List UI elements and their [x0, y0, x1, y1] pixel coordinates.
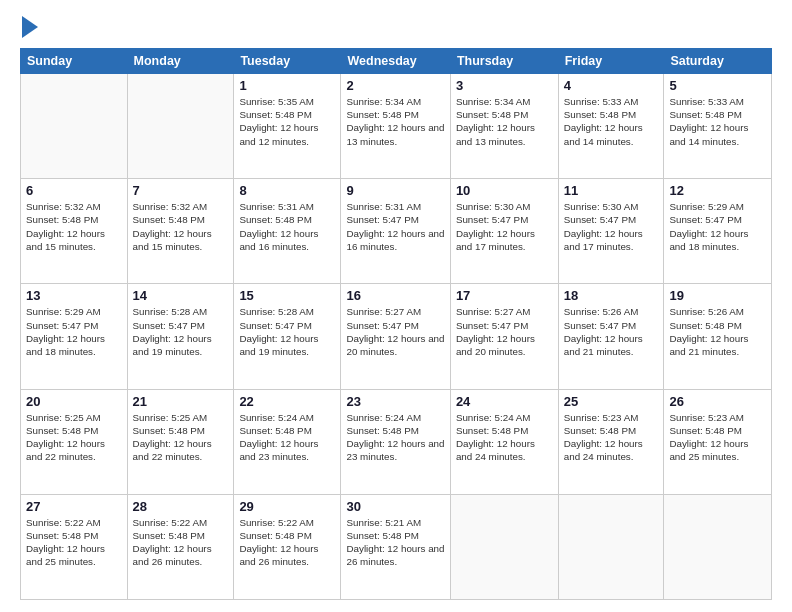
day-number: 20: [26, 394, 122, 409]
day-info: Sunrise: 5:23 AMSunset: 5:48 PMDaylight:…: [669, 411, 766, 464]
day-number: 29: [239, 499, 335, 514]
table-row: 2Sunrise: 5:34 AMSunset: 5:48 PMDaylight…: [341, 74, 450, 179]
day-number: 13: [26, 288, 122, 303]
day-number: 18: [564, 288, 659, 303]
col-thursday: Thursday: [450, 49, 558, 74]
calendar-row: 20Sunrise: 5:25 AMSunset: 5:48 PMDayligh…: [21, 389, 772, 494]
table-row: 21Sunrise: 5:25 AMSunset: 5:48 PMDayligh…: [127, 389, 234, 494]
logo-triangle-icon: [22, 16, 38, 38]
col-friday: Friday: [558, 49, 664, 74]
day-number: 21: [133, 394, 229, 409]
day-info: Sunrise: 5:22 AMSunset: 5:48 PMDaylight:…: [239, 516, 335, 569]
day-info: Sunrise: 5:21 AMSunset: 5:48 PMDaylight:…: [346, 516, 444, 569]
table-row: [127, 74, 234, 179]
calendar-row: 13Sunrise: 5:29 AMSunset: 5:47 PMDayligh…: [21, 284, 772, 389]
day-number: 30: [346, 499, 444, 514]
table-row: 9Sunrise: 5:31 AMSunset: 5:47 PMDaylight…: [341, 179, 450, 284]
day-info: Sunrise: 5:23 AMSunset: 5:48 PMDaylight:…: [564, 411, 659, 464]
day-info: Sunrise: 5:24 AMSunset: 5:48 PMDaylight:…: [239, 411, 335, 464]
day-number: 28: [133, 499, 229, 514]
day-info: Sunrise: 5:32 AMSunset: 5:48 PMDaylight:…: [133, 200, 229, 253]
table-row: 19Sunrise: 5:26 AMSunset: 5:48 PMDayligh…: [664, 284, 772, 389]
table-row: 18Sunrise: 5:26 AMSunset: 5:47 PMDayligh…: [558, 284, 664, 389]
calendar-table: Sunday Monday Tuesday Wednesday Thursday…: [20, 48, 772, 600]
day-number: 14: [133, 288, 229, 303]
table-row: 3Sunrise: 5:34 AMSunset: 5:48 PMDaylight…: [450, 74, 558, 179]
day-number: 15: [239, 288, 335, 303]
day-info: Sunrise: 5:29 AMSunset: 5:47 PMDaylight:…: [26, 305, 122, 358]
header: [20, 16, 772, 38]
table-row: 17Sunrise: 5:27 AMSunset: 5:47 PMDayligh…: [450, 284, 558, 389]
day-number: 1: [239, 78, 335, 93]
col-saturday: Saturday: [664, 49, 772, 74]
table-row: 10Sunrise: 5:30 AMSunset: 5:47 PMDayligh…: [450, 179, 558, 284]
table-row: [450, 494, 558, 599]
day-info: Sunrise: 5:27 AMSunset: 5:47 PMDaylight:…: [346, 305, 444, 358]
day-info: Sunrise: 5:25 AMSunset: 5:48 PMDaylight:…: [133, 411, 229, 464]
table-row: 12Sunrise: 5:29 AMSunset: 5:47 PMDayligh…: [664, 179, 772, 284]
day-info: Sunrise: 5:24 AMSunset: 5:48 PMDaylight:…: [456, 411, 553, 464]
day-number: 22: [239, 394, 335, 409]
day-info: Sunrise: 5:26 AMSunset: 5:47 PMDaylight:…: [564, 305, 659, 358]
table-row: 8Sunrise: 5:31 AMSunset: 5:48 PMDaylight…: [234, 179, 341, 284]
day-info: Sunrise: 5:33 AMSunset: 5:48 PMDaylight:…: [564, 95, 659, 148]
day-info: Sunrise: 5:31 AMSunset: 5:48 PMDaylight:…: [239, 200, 335, 253]
day-info: Sunrise: 5:30 AMSunset: 5:47 PMDaylight:…: [564, 200, 659, 253]
day-number: 16: [346, 288, 444, 303]
day-number: 2: [346, 78, 444, 93]
table-row: 6Sunrise: 5:32 AMSunset: 5:48 PMDaylight…: [21, 179, 128, 284]
day-info: Sunrise: 5:30 AMSunset: 5:47 PMDaylight:…: [456, 200, 553, 253]
table-row: 25Sunrise: 5:23 AMSunset: 5:48 PMDayligh…: [558, 389, 664, 494]
day-info: Sunrise: 5:27 AMSunset: 5:47 PMDaylight:…: [456, 305, 553, 358]
day-number: 10: [456, 183, 553, 198]
calendar-row: 27Sunrise: 5:22 AMSunset: 5:48 PMDayligh…: [21, 494, 772, 599]
table-row: 26Sunrise: 5:23 AMSunset: 5:48 PMDayligh…: [664, 389, 772, 494]
day-number: 27: [26, 499, 122, 514]
table-row: 4Sunrise: 5:33 AMSunset: 5:48 PMDaylight…: [558, 74, 664, 179]
table-row: [664, 494, 772, 599]
day-number: 23: [346, 394, 444, 409]
col-sunday: Sunday: [21, 49, 128, 74]
day-info: Sunrise: 5:22 AMSunset: 5:48 PMDaylight:…: [26, 516, 122, 569]
table-row: 16Sunrise: 5:27 AMSunset: 5:47 PMDayligh…: [341, 284, 450, 389]
table-row: 22Sunrise: 5:24 AMSunset: 5:48 PMDayligh…: [234, 389, 341, 494]
day-info: Sunrise: 5:25 AMSunset: 5:48 PMDaylight:…: [26, 411, 122, 464]
table-row: 28Sunrise: 5:22 AMSunset: 5:48 PMDayligh…: [127, 494, 234, 599]
day-number: 12: [669, 183, 766, 198]
calendar-row: 1Sunrise: 5:35 AMSunset: 5:48 PMDaylight…: [21, 74, 772, 179]
day-number: 6: [26, 183, 122, 198]
col-tuesday: Tuesday: [234, 49, 341, 74]
day-info: Sunrise: 5:28 AMSunset: 5:47 PMDaylight:…: [239, 305, 335, 358]
col-wednesday: Wednesday: [341, 49, 450, 74]
table-row: 29Sunrise: 5:22 AMSunset: 5:48 PMDayligh…: [234, 494, 341, 599]
logo-area: [20, 16, 38, 38]
day-number: 25: [564, 394, 659, 409]
day-info: Sunrise: 5:35 AMSunset: 5:48 PMDaylight:…: [239, 95, 335, 148]
calendar-row: 6Sunrise: 5:32 AMSunset: 5:48 PMDaylight…: [21, 179, 772, 284]
day-number: 11: [564, 183, 659, 198]
day-number: 9: [346, 183, 444, 198]
day-info: Sunrise: 5:24 AMSunset: 5:48 PMDaylight:…: [346, 411, 444, 464]
table-row: [21, 74, 128, 179]
day-info: Sunrise: 5:34 AMSunset: 5:48 PMDaylight:…: [346, 95, 444, 148]
table-row: 20Sunrise: 5:25 AMSunset: 5:48 PMDayligh…: [21, 389, 128, 494]
table-row: 5Sunrise: 5:33 AMSunset: 5:48 PMDaylight…: [664, 74, 772, 179]
table-row: 15Sunrise: 5:28 AMSunset: 5:47 PMDayligh…: [234, 284, 341, 389]
day-info: Sunrise: 5:28 AMSunset: 5:47 PMDaylight:…: [133, 305, 229, 358]
page: Sunday Monday Tuesday Wednesday Thursday…: [0, 0, 792, 612]
day-number: 4: [564, 78, 659, 93]
day-info: Sunrise: 5:34 AMSunset: 5:48 PMDaylight:…: [456, 95, 553, 148]
day-info: Sunrise: 5:31 AMSunset: 5:47 PMDaylight:…: [346, 200, 444, 253]
table-row: 11Sunrise: 5:30 AMSunset: 5:47 PMDayligh…: [558, 179, 664, 284]
day-number: 24: [456, 394, 553, 409]
table-row: 30Sunrise: 5:21 AMSunset: 5:48 PMDayligh…: [341, 494, 450, 599]
table-row: [558, 494, 664, 599]
table-row: 7Sunrise: 5:32 AMSunset: 5:48 PMDaylight…: [127, 179, 234, 284]
col-monday: Monday: [127, 49, 234, 74]
day-number: 3: [456, 78, 553, 93]
day-number: 19: [669, 288, 766, 303]
table-row: 27Sunrise: 5:22 AMSunset: 5:48 PMDayligh…: [21, 494, 128, 599]
table-row: 1Sunrise: 5:35 AMSunset: 5:48 PMDaylight…: [234, 74, 341, 179]
day-info: Sunrise: 5:33 AMSunset: 5:48 PMDaylight:…: [669, 95, 766, 148]
table-row: 14Sunrise: 5:28 AMSunset: 5:47 PMDayligh…: [127, 284, 234, 389]
